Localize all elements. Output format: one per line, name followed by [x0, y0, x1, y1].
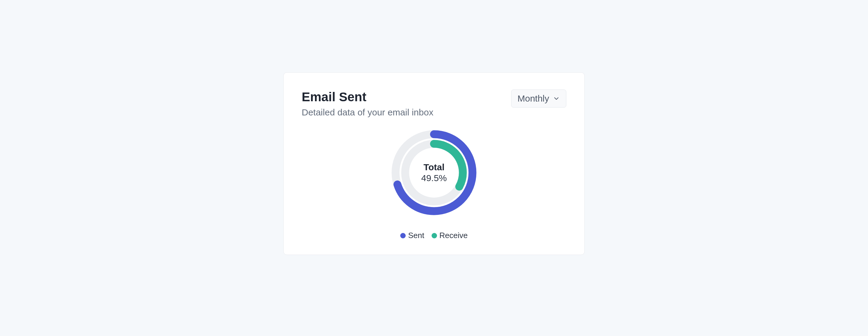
- dropdown-selected-label: Monthly: [518, 93, 549, 104]
- legend-label-receive: Receive: [439, 231, 468, 240]
- donut-chart: Total 49.5%: [390, 129, 478, 216]
- legend-item-receive: Receive: [432, 231, 468, 240]
- total-value: 49.5%: [421, 173, 447, 184]
- card-title: Email Sent: [302, 90, 433, 104]
- chart-legend: Sent Receive: [400, 231, 467, 240]
- total-label: Total: [424, 162, 444, 173]
- card-subtitle: Detailed data of your email inbox: [302, 106, 433, 118]
- donut-center: Total 49.5%: [390, 129, 478, 216]
- chart-area: Total 49.5% Sent Receive: [302, 129, 566, 240]
- card-header: Email Sent Detailed data of your email i…: [302, 90, 566, 118]
- chevron-down-icon: [553, 95, 560, 102]
- legend-item-sent: Sent: [400, 231, 424, 240]
- email-sent-card: Email Sent Detailed data of your email i…: [283, 72, 585, 255]
- legend-dot-receive: [432, 233, 437, 238]
- period-dropdown[interactable]: Monthly: [511, 90, 566, 108]
- legend-dot-sent: [400, 233, 406, 238]
- legend-label-sent: Sent: [408, 231, 424, 240]
- title-block: Email Sent Detailed data of your email i…: [302, 90, 433, 118]
